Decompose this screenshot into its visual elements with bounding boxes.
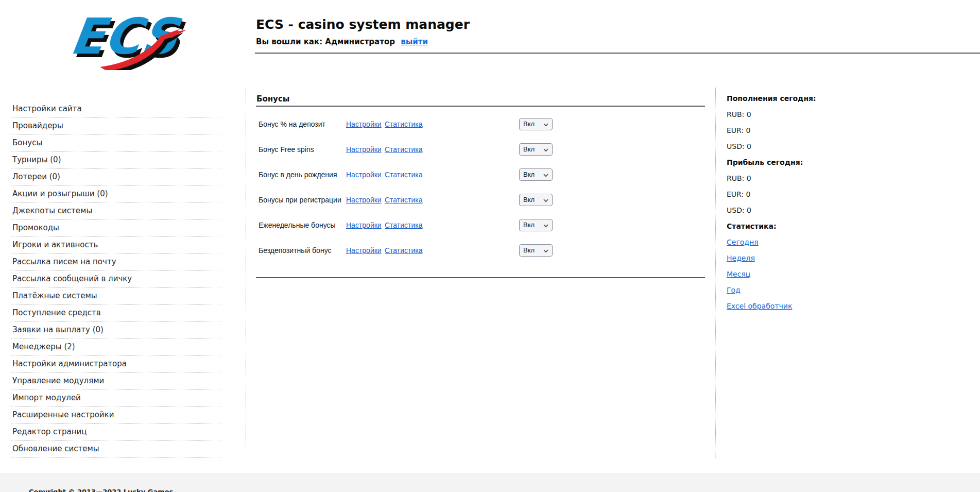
bonus-label: Бонус Free spins	[259, 145, 314, 154]
bonus-label: Бонусы при регистрации	[259, 196, 341, 204]
bonus-state-select-wrap: Вкл	[519, 244, 553, 257]
sidebar-item-payment-systems[interactable]: Платёжные системы	[11, 287, 220, 304]
deposits-eur-value: EUR: 0	[727, 126, 891, 135]
bonus-state-select[interactable]: Вкл	[520, 194, 552, 206]
bonus-statistics-link[interactable]: Статистика	[385, 120, 423, 128]
bonus-row-no-deposit: Бездепозитный бонус Настройки Статистика…	[256, 237, 705, 263]
page-title: ECS - casino system manager	[256, 17, 470, 32]
bonus-state-select-wrap: Вкл	[519, 168, 553, 181]
sidebar-item-incoming-funds[interactable]: Поступление средств	[11, 304, 220, 321]
sidebar-item-promocodes[interactable]: Промокоды	[11, 219, 220, 236]
bonus-label: Бонус % на депозит	[259, 120, 325, 128]
bonus-row-registration: Бонусы при регистрации Настройки Статист…	[256, 187, 705, 212]
header-divider	[255, 53, 980, 54]
bonus-statistics-link[interactable]: Статистика	[385, 171, 423, 179]
sidebar-item-system-update[interactable]: Обновление системы	[11, 440, 220, 457]
sidebar-item-module-import[interactable]: Импорт модулей	[11, 389, 220, 406]
sidebar-item-payout-requests[interactable]: Заявки на выплату (0)	[11, 321, 220, 338]
bonus-state-select[interactable]: Вкл	[520, 118, 552, 130]
profit-rub-value: RUB: 0	[727, 174, 891, 183]
stats-excel-link[interactable]: Excel обработчик	[727, 301, 792, 311]
bonus-state-select[interactable]: Вкл	[520, 219, 552, 231]
bonus-label: Бездепозитный бонус	[259, 246, 331, 255]
deposits-rub-value: RUB: 0	[727, 110, 891, 119]
bonus-state-select[interactable]: Вкл	[520, 144, 552, 155]
page: ECS ECS ECS - casino system manager Вы в…	[0, 0, 980, 492]
bonus-row-weekly: Еженедельные бонусы Настройки Статистика…	[256, 212, 705, 237]
stats-today-link[interactable]: Сегодня	[727, 237, 759, 247]
bonus-list: Бонус % на депозит Настройки Статистика …	[256, 111, 705, 263]
ecs-logo: ECS ECS	[60, 6, 187, 70]
sidebar-item-tournaments[interactable]: Турниры (0)	[11, 151, 220, 168]
sidebar-item-email-mailing[interactable]: Рассылка писем на почту	[11, 253, 220, 270]
main-rightpanel-divider	[715, 88, 716, 457]
sidebar-item-lotteries[interactable]: Лотереи (0)	[11, 168, 220, 185]
bonus-statistics-link[interactable]: Статистика	[385, 145, 423, 154]
bonus-label: Еженедельные бонусы	[259, 221, 336, 229]
stats-week-link[interactable]: Неделя	[727, 253, 755, 263]
bonus-settings-link[interactable]: Настройки	[346, 120, 382, 128]
section-divider-top	[256, 106, 705, 107]
bonus-row-free-spins: Бонус Free spins Настройки Статистика Вк…	[256, 137, 705, 162]
sidebar-item-bonuses[interactable]: Бонусы	[11, 134, 220, 151]
bonus-state-select-wrap: Вкл	[519, 118, 553, 130]
bonus-statistics-link[interactable]: Статистика	[385, 196, 423, 204]
stats-month-link[interactable]: Месяц	[727, 269, 750, 279]
stats-year-link[interactable]: Год	[727, 285, 741, 295]
profit-today-title: Прибыль сегодня:	[727, 158, 891, 167]
stats-panel: Пополнения сегодня: RUB: 0 EUR: 0 USD: 0…	[727, 94, 891, 317]
sidebar-item-module-management[interactable]: Управление модулями	[11, 372, 220, 389]
bonus-label: Бонус в день рождения	[259, 171, 337, 179]
sidebar-item-page-editor[interactable]: Редактор страниц	[11, 423, 220, 440]
sidebar-item-promotions[interactable]: Акции и розыгрыши (0)	[11, 185, 220, 202]
copyright-text: Copyright © 2013—2022 Lucky Games	[29, 488, 173, 492]
sidebar-item-jackpots[interactable]: Джекпоты системы	[11, 202, 220, 219]
bonus-settings-link[interactable]: Настройки	[346, 221, 382, 229]
section-title: Бонусы	[256, 94, 289, 104]
section-divider-bottom	[256, 277, 705, 278]
bonus-state-select[interactable]: Вкл	[520, 169, 552, 180]
bonus-settings-link[interactable]: Настройки	[346, 171, 382, 179]
sidebar-item-providers[interactable]: Провайдеры	[11, 117, 220, 134]
bonus-settings-link[interactable]: Настройки	[346, 246, 382, 255]
bonus-settings-link[interactable]: Настройки	[346, 196, 382, 204]
sidebar-menu: Настройки сайта Провайдеры Бонусы Турнир…	[11, 100, 220, 457]
sidebar-item-site-settings[interactable]: Настройки сайта	[11, 100, 220, 117]
bonus-state-select-wrap: Вкл	[519, 143, 553, 156]
bonus-settings-link[interactable]: Настройки	[346, 145, 382, 154]
footer: Copyright © 2013—2022 Lucky Games	[0, 473, 980, 492]
statistics-title: Статистика:	[727, 222, 891, 231]
sidebar-item-players[interactable]: Игроки и активность	[11, 236, 220, 253]
sidebar-item-pm-mailing[interactable]: Рассылка сообщений в личку	[11, 270, 220, 287]
deposits-today-title: Пополнения сегодня:	[727, 94, 891, 103]
deposits-usd-value: USD: 0	[727, 142, 891, 151]
login-status-text: Вы вошли как: Администратор	[256, 37, 395, 46]
bonus-statistics-link[interactable]: Статистика	[385, 246, 423, 255]
bonus-row-birthday: Бонус в день рождения Настройки Статисти…	[256, 162, 705, 187]
sidebar-main-divider	[246, 88, 246, 457]
bonus-statistics-link[interactable]: Статистика	[385, 221, 423, 229]
bonus-state-select-wrap: Вкл	[519, 194, 553, 206]
sidebar-item-admin-settings[interactable]: Настройки администратора	[11, 355, 220, 372]
profit-usd-value: USD: 0	[727, 206, 891, 215]
bonus-row-deposit-percent: Бонус % на депозит Настройки Статистика …	[256, 111, 705, 137]
bonus-state-select[interactable]: Вкл	[520, 245, 552, 256]
login-status: Вы вошли как: Администратор выйти	[256, 37, 428, 46]
sidebar-item-managers[interactable]: Менеджеры (2)	[11, 338, 220, 355]
profit-eur-value: EUR: 0	[727, 190, 891, 199]
sidebar-item-advanced-settings[interactable]: Расширенные настройки	[11, 406, 220, 423]
logout-link[interactable]: выйти	[401, 37, 428, 46]
bonus-state-select-wrap: Вкл	[519, 219, 553, 231]
